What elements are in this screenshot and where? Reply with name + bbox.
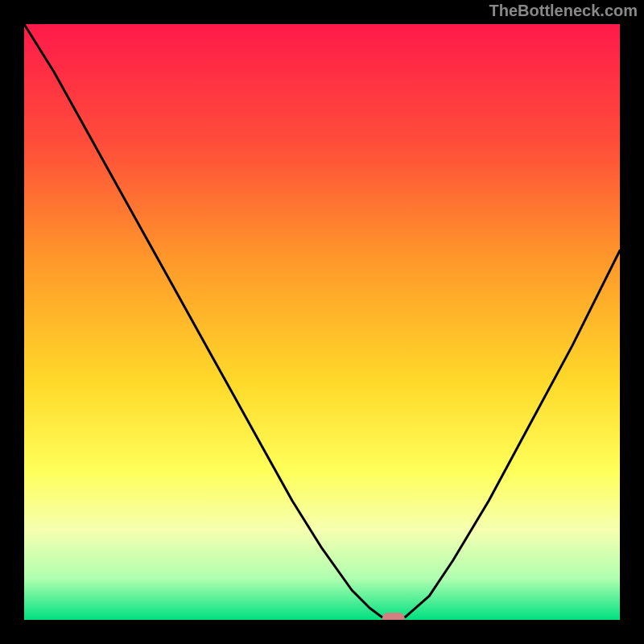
svg-rect-0 xyxy=(24,24,620,620)
bottleneck-chart xyxy=(24,24,620,620)
plot-area xyxy=(24,24,620,620)
chart-container: TheBottleneck.com xyxy=(0,0,644,644)
svg-rect-1 xyxy=(382,613,405,620)
watermark-text: TheBottleneck.com xyxy=(489,2,638,20)
